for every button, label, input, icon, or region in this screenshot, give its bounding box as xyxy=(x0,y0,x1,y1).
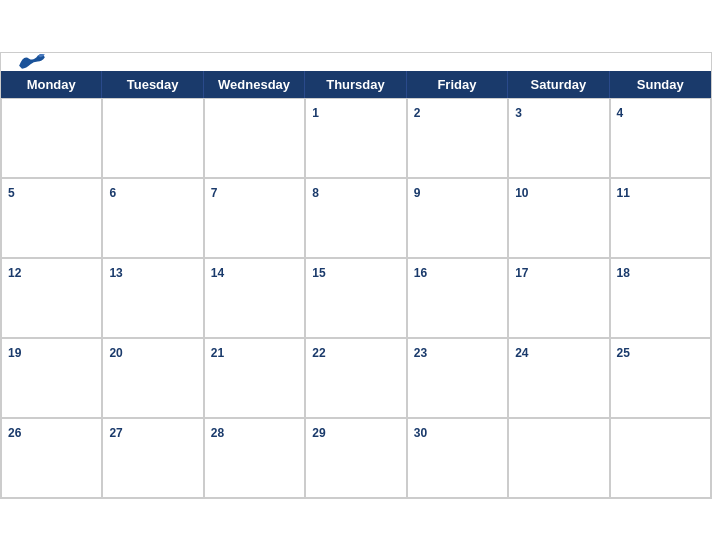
day-cell: 8 xyxy=(305,178,406,258)
day-number: 13 xyxy=(109,266,122,280)
day-number: 25 xyxy=(617,346,630,360)
day-number: 30 xyxy=(414,426,427,440)
day-number: 8 xyxy=(312,186,319,200)
day-name-sunday: Sunday xyxy=(610,71,711,98)
day-cell xyxy=(508,418,609,498)
day-number: 24 xyxy=(515,346,528,360)
day-number: 14 xyxy=(211,266,224,280)
day-cell: 6 xyxy=(102,178,203,258)
day-name-monday: Monday xyxy=(1,71,102,98)
day-number: 17 xyxy=(515,266,528,280)
day-cell: 19 xyxy=(1,338,102,418)
day-number: 1 xyxy=(312,106,319,120)
day-cell: 7 xyxy=(204,178,305,258)
day-name-thursday: Thursday xyxy=(305,71,406,98)
day-number: 9 xyxy=(414,186,421,200)
day-number: 20 xyxy=(109,346,122,360)
day-number: 10 xyxy=(515,186,528,200)
day-cell: 5 xyxy=(1,178,102,258)
day-number: 21 xyxy=(211,346,224,360)
day-number: 29 xyxy=(312,426,325,440)
day-name-saturday: Saturday xyxy=(508,71,609,98)
day-name-friday: Friday xyxy=(407,71,508,98)
day-number: 4 xyxy=(617,106,624,120)
day-cell xyxy=(1,98,102,178)
day-number: 5 xyxy=(8,186,15,200)
day-cell: 3 xyxy=(508,98,609,178)
day-cell xyxy=(204,98,305,178)
day-number: 16 xyxy=(414,266,427,280)
day-number: 12 xyxy=(8,266,21,280)
day-cell xyxy=(610,418,711,498)
day-number: 15 xyxy=(312,266,325,280)
day-number: 18 xyxy=(617,266,630,280)
logo xyxy=(17,51,47,72)
day-cell: 21 xyxy=(204,338,305,418)
calendar-grid: 1234567891011121314151617181920212223242… xyxy=(1,98,711,498)
day-cell: 29 xyxy=(305,418,406,498)
day-cell: 9 xyxy=(407,178,508,258)
day-cell: 23 xyxy=(407,338,508,418)
day-cell: 18 xyxy=(610,258,711,338)
day-cell: 4 xyxy=(610,98,711,178)
day-number: 11 xyxy=(617,186,630,200)
day-cell: 10 xyxy=(508,178,609,258)
day-cell: 27 xyxy=(102,418,203,498)
day-cell: 17 xyxy=(508,258,609,338)
day-number: 26 xyxy=(8,426,21,440)
day-number: 2 xyxy=(414,106,421,120)
day-cell: 20 xyxy=(102,338,203,418)
day-number: 7 xyxy=(211,186,218,200)
day-number: 28 xyxy=(211,426,224,440)
day-cell: 30 xyxy=(407,418,508,498)
day-cell: 12 xyxy=(1,258,102,338)
days-header: MondayTuesdayWednesdayThursdayFridaySatu… xyxy=(1,71,711,98)
day-number: 27 xyxy=(109,426,122,440)
day-cell: 14 xyxy=(204,258,305,338)
day-number: 6 xyxy=(109,186,116,200)
day-cell: 28 xyxy=(204,418,305,498)
day-cell: 25 xyxy=(610,338,711,418)
day-cell xyxy=(102,98,203,178)
day-number: 22 xyxy=(312,346,325,360)
day-cell: 13 xyxy=(102,258,203,338)
calendar-container: MondayTuesdayWednesdayThursdayFridaySatu… xyxy=(0,52,712,499)
day-cell: 2 xyxy=(407,98,508,178)
day-cell: 16 xyxy=(407,258,508,338)
day-cell: 24 xyxy=(508,338,609,418)
day-number: 3 xyxy=(515,106,522,120)
day-number: 23 xyxy=(414,346,427,360)
day-cell: 11 xyxy=(610,178,711,258)
calendar-header xyxy=(1,53,711,71)
day-name-wednesday: Wednesday xyxy=(204,71,305,98)
day-cell: 22 xyxy=(305,338,406,418)
day-number: 19 xyxy=(8,346,21,360)
day-cell: 15 xyxy=(305,258,406,338)
day-name-tuesday: Tuesday xyxy=(102,71,203,98)
day-cell: 26 xyxy=(1,418,102,498)
day-cell: 1 xyxy=(305,98,406,178)
